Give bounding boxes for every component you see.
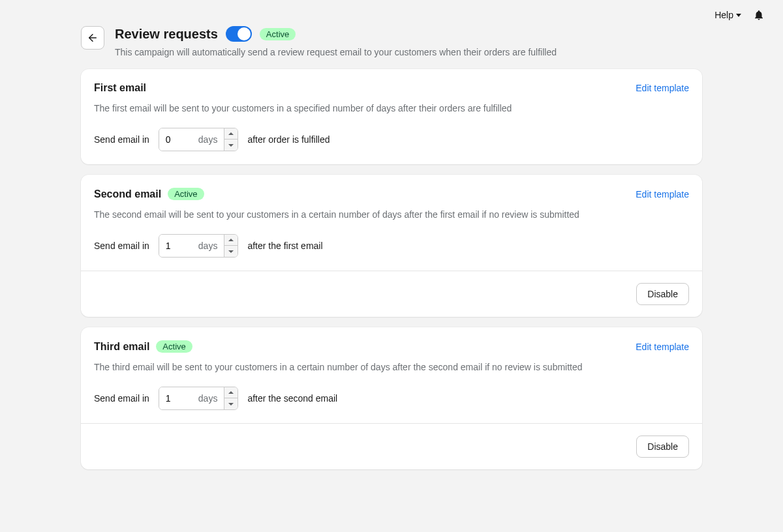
toggle-knob: [238, 27, 251, 40]
card-desc: The third email will be sent to your cus…: [94, 362, 689, 372]
edit-template-link[interactable]: Edit template: [636, 83, 689, 93]
card-header: Second email Active Edit template: [94, 188, 689, 200]
page-title: Review requests: [115, 27, 218, 42]
card-header: First email Edit template: [94, 82, 689, 94]
stepper: [224, 387, 238, 409]
send-row: Send email in days after the second emai…: [94, 387, 689, 410]
send-email-in-label: Send email in: [94, 134, 149, 145]
status-badge: Active: [260, 28, 296, 40]
card-title: Third email: [94, 341, 149, 353]
stepper-down-button[interactable]: [224, 246, 238, 257]
days-unit-label: days: [198, 241, 224, 251]
card-footer: Disable: [81, 271, 702, 317]
chevron-down-icon: [228, 144, 234, 147]
chevron-down-icon: [228, 403, 234, 406]
chevron-up-icon: [228, 132, 234, 135]
card-footer: Disable: [81, 423, 702, 469]
days-input-wrap: days: [159, 128, 239, 151]
after-text: after the second email: [247, 393, 337, 404]
campaign-toggle[interactable]: [226, 26, 252, 42]
send-email-in-label: Send email in: [94, 241, 149, 251]
card-desc: The first email will be sent to your cus…: [94, 103, 689, 113]
card-title: First email: [94, 82, 146, 94]
days-input[interactable]: [159, 128, 198, 151]
page: Review requests Active This campaign wil…: [81, 23, 702, 506]
chevron-down-icon: [228, 250, 234, 253]
topbar: Help: [0, 0, 783, 23]
status-badge: Active: [156, 340, 192, 353]
send-row: Send email in days after the first email: [94, 234, 689, 258]
help-menu[interactable]: Help: [714, 10, 741, 20]
stepper-up-button[interactable]: [224, 387, 238, 398]
stepper-down-button[interactable]: [224, 398, 238, 409]
title-row: Review requests Active: [115, 26, 702, 42]
stepper-up-button[interactable]: [224, 128, 238, 140]
arrow-left-icon: [87, 32, 99, 44]
days-input[interactable]: [159, 235, 198, 257]
title-block: Review requests Active This campaign wil…: [115, 26, 702, 57]
back-button[interactable]: [81, 26, 104, 50]
status-badge: Active: [168, 188, 204, 200]
third-email-card: Third email Active Edit template The thi…: [81, 327, 702, 469]
after-text: after order is fulfilled: [247, 134, 330, 145]
chevron-down-icon: [736, 14, 741, 17]
stepper: [224, 128, 238, 151]
page-header: Review requests Active This campaign wil…: [81, 23, 702, 69]
days-unit-label: days: [198, 134, 224, 145]
days-input[interactable]: [159, 387, 198, 409]
page-subtitle: This campaign will automatically send a …: [115, 47, 702, 57]
edit-template-link[interactable]: Edit template: [636, 189, 689, 200]
after-text: after the first email: [247, 241, 322, 251]
card-header: Third email Active Edit template: [94, 340, 689, 353]
days-input-wrap: days: [159, 387, 239, 410]
card-desc: The second email will be sent to your cu…: [94, 209, 689, 220]
stepper-up-button[interactable]: [224, 235, 238, 246]
edit-template-link[interactable]: Edit template: [636, 342, 689, 352]
chevron-up-icon: [228, 239, 234, 241]
chevron-up-icon: [228, 391, 234, 394]
days-unit-label: days: [198, 393, 224, 404]
card-title: Second email: [94, 188, 161, 200]
disable-button[interactable]: Disable: [636, 436, 689, 458]
days-input-wrap: days: [159, 234, 239, 258]
first-email-card: First email Edit template The first emai…: [81, 69, 702, 164]
send-row: Send email in days after order is fulfil…: [94, 128, 689, 151]
second-email-card: Second email Active Edit template The se…: [81, 175, 702, 317]
stepper-down-button[interactable]: [224, 140, 238, 151]
send-email-in-label: Send email in: [94, 393, 149, 404]
notifications-bell-icon[interactable]: [753, 9, 765, 21]
stepper: [224, 235, 238, 257]
disable-button[interactable]: Disable: [636, 283, 689, 305]
help-label: Help: [714, 10, 733, 20]
